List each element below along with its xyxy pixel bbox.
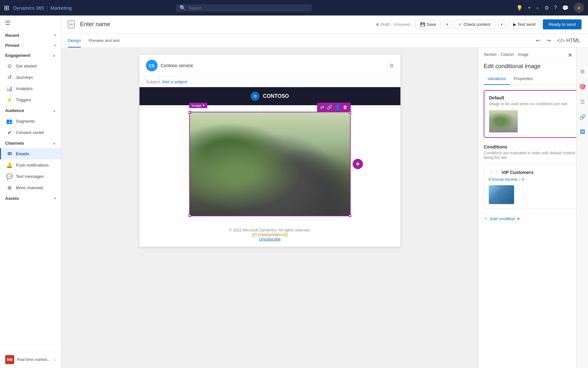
user-area[interactable]: RM Real-time marketi... ◇ bbox=[0, 351, 61, 368]
chat-icon[interactable]: 💬 bbox=[562, 5, 569, 11]
engagement-label: Engagement bbox=[5, 53, 30, 58]
panel-tab-properties[interactable]: Properties bbox=[510, 73, 537, 85]
tab-design[interactable]: Design bbox=[68, 34, 81, 47]
triggers-icon: ⚡ bbox=[6, 97, 13, 103]
recent-collapse[interactable]: Recent ▾ bbox=[0, 30, 61, 40]
sender-info: CS Contoso service bbox=[146, 60, 193, 71]
pinned-label: Pinned bbox=[5, 43, 19, 48]
email-settings-icon[interactable]: ⚙ bbox=[389, 63, 394, 69]
sidebar-item-consent[interactable]: ✔ Consent center bbox=[0, 127, 61, 138]
move-handle[interactable]: ✥ bbox=[353, 159, 363, 169]
check-dropdown-button[interactable]: ▾ bbox=[498, 20, 506, 29]
assets-label: Assets bbox=[5, 196, 19, 201]
strip-link-icon[interactable]: 🔗 bbox=[578, 113, 587, 121]
save-button[interactable]: 💾 Save bbox=[415, 20, 441, 29]
condition-image-thumbnail[interactable] bbox=[489, 185, 514, 204]
channels-collapse[interactable]: Channels ▲ bbox=[0, 138, 61, 148]
panel-body: Default Image to be used when no conditi… bbox=[479, 85, 588, 368]
strip-image-icon[interactable]: 🖼 bbox=[579, 128, 586, 136]
sidebar-item-get-started[interactable]: ⊙ Get started bbox=[0, 60, 61, 72]
status-text: Draft - Unsaved bbox=[381, 22, 410, 27]
unsubscribe-link[interactable]: Unsubscribe bbox=[259, 237, 281, 241]
filter-icon[interactable]: ⬦ bbox=[536, 5, 539, 11]
image-label[interactable]: Image ▾ bbox=[189, 103, 208, 108]
image-toolbar: ⇄ 🔗 👤 🗑 bbox=[317, 103, 351, 112]
get-started-icon: ⊙ bbox=[6, 63, 13, 69]
ready-to-send-button[interactable]: Ready to send bbox=[543, 19, 582, 29]
user-expand-icon[interactable]: ◇ bbox=[53, 357, 56, 362]
analytics-label: Analytics bbox=[16, 86, 33, 91]
drag-handle-icon[interactable]: ⋮⋮ bbox=[489, 169, 499, 175]
breadcrumb-column: Column bbox=[500, 52, 514, 57]
save-dropdown-button[interactable]: ▾ bbox=[443, 20, 451, 29]
panel-tab-variations[interactable]: Variations bbox=[484, 73, 510, 85]
assets-collapse[interactable]: Assets ▾ bbox=[0, 193, 61, 203]
brand-name: Dynamics 365 bbox=[13, 5, 44, 11]
condition-image-preview bbox=[489, 185, 514, 204]
personalize-icon[interactable]: 👤 bbox=[334, 104, 341, 110]
panel-close-button[interactable]: ✕ bbox=[568, 52, 573, 59]
sidebar-item-push[interactable]: 🔔 Push notifications bbox=[0, 159, 61, 171]
handle-top-left[interactable] bbox=[189, 111, 191, 114]
help-icon[interactable]: ? bbox=[554, 5, 557, 11]
strip-expand-icon[interactable]: ⊞ bbox=[579, 67, 586, 76]
sidebar-item-text[interactable]: 💬 Text messages bbox=[0, 171, 61, 182]
sidebar-item-triggers[interactable]: ⚡ Triggers bbox=[0, 94, 61, 106]
apps-grid-icon[interactable]: ⊞ bbox=[4, 4, 9, 12]
triggers-label: Triggers bbox=[16, 97, 31, 102]
user-avatar[interactable]: # bbox=[574, 3, 584, 13]
strip-personalize-icon[interactable]: 🎯 bbox=[578, 82, 587, 91]
channels-chevron-icon: ▲ bbox=[53, 141, 56, 145]
more-channels-label: More channels bbox=[16, 185, 43, 190]
draft-status: Draft - Unsaved bbox=[376, 22, 410, 27]
strip-list-icon[interactable]: ☰ bbox=[579, 97, 586, 106]
search-input[interactable] bbox=[189, 5, 308, 10]
journeys-label: Journeys bbox=[16, 75, 33, 80]
redo-button[interactable]: ↪ bbox=[545, 36, 552, 45]
default-image-card[interactable]: Default Image to be used when no conditi… bbox=[484, 90, 583, 138]
default-image-thumbnail[interactable] bbox=[489, 110, 518, 133]
contoso-brand-header: O CONTOSO bbox=[139, 87, 400, 105]
back-button[interactable]: ← bbox=[68, 20, 75, 28]
add-subject-link[interactable]: Add a subject bbox=[162, 79, 187, 84]
sender-name: Contoso service bbox=[161, 63, 193, 68]
more-channels-icon: ⊕ bbox=[6, 185, 13, 191]
selected-image[interactable]: ✥ bbox=[189, 112, 351, 216]
email-subject: Subject: Add a subject bbox=[139, 77, 400, 87]
engagement-collapse[interactable]: Engagement ▲ bbox=[0, 50, 61, 60]
link-icon[interactable]: 🔗 bbox=[326, 104, 333, 110]
undo-button[interactable]: ↩ bbox=[535, 36, 542, 45]
right-panel: Section › Column › Image ✕ Edit conditio… bbox=[478, 48, 588, 368]
handle-bottom-left[interactable] bbox=[189, 214, 191, 217]
condition-value: 0 bbox=[522, 177, 524, 182]
move-icon[interactable]: ⇄ bbox=[320, 104, 325, 110]
conditions-section: Conditions Conditions are evaluated in o… bbox=[484, 144, 583, 224]
tab-preview[interactable]: Preview and test bbox=[88, 34, 119, 47]
check-content-button[interactable]: ✓ Check content bbox=[454, 20, 495, 29]
default-image-preview bbox=[489, 110, 518, 132]
sidebar-item-emails[interactable]: ✉ Emails bbox=[0, 148, 61, 159]
sidebar-item-analytics[interactable]: 📊 Analytics bbox=[0, 83, 61, 94]
html-button[interactable]: </> HTML bbox=[556, 36, 582, 45]
image-block-container: Image ▾ ⇄ 🔗 👤 🗑 bbox=[189, 105, 351, 223]
lightbulb-icon[interactable]: 💡 bbox=[516, 5, 523, 11]
sidebar-item-journeys[interactable]: ↺ Journeys bbox=[0, 72, 61, 83]
condition-header: ⋮⋮ VIP Customers bbox=[489, 169, 578, 175]
sidebar-item-segments[interactable]: 👥 Segments bbox=[0, 116, 61, 127]
settings-icon[interactable]: ⚙ bbox=[544, 5, 549, 11]
image-label-text: Image bbox=[192, 104, 202, 107]
plus-icon[interactable]: + bbox=[528, 5, 531, 11]
pinned-collapse[interactable]: Pinned ▾ bbox=[0, 40, 61, 50]
handle-bottom-right[interactable] bbox=[349, 214, 351, 217]
hamburger-button[interactable]: ☰ bbox=[0, 15, 61, 30]
test-send-button[interactable]: ▶ Test send bbox=[508, 20, 541, 29]
conditions-title: Conditions bbox=[484, 144, 583, 149]
sidebar-item-more-channels[interactable]: ⊕ More channels bbox=[0, 182, 61, 193]
image-preview bbox=[190, 112, 350, 216]
audience-collapse[interactable]: Audience ▲ bbox=[0, 106, 61, 116]
delete-icon[interactable]: 🗑 bbox=[342, 104, 348, 110]
consent-label: Consent center bbox=[16, 130, 44, 135]
add-condition-button[interactable]: ＋ Add condition ▾ bbox=[484, 213, 583, 224]
search-bar[interactable]: 🔍 bbox=[176, 5, 312, 11]
search-icon: 🔍 bbox=[180, 5, 186, 11]
